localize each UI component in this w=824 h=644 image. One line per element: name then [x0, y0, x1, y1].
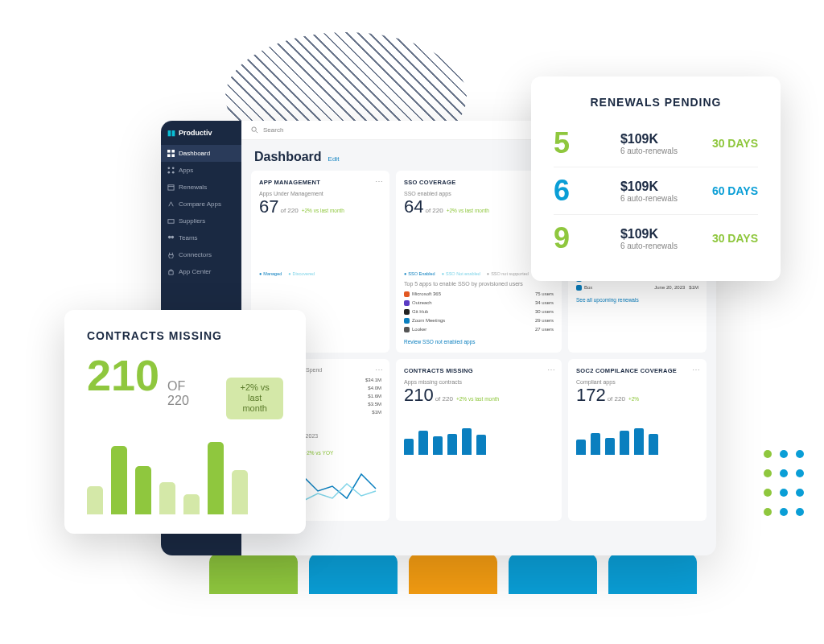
card-subtitle: Apps missing contracts [404, 379, 554, 385]
edit-link[interactable]: Edit [328, 155, 340, 163]
metric-delta: +2% vs last month [456, 396, 499, 402]
sidebar-item-label: Compare Apps [179, 200, 221, 208]
renewal-row: 9 $109K6 auto-renewals 30 DAYS [554, 215, 758, 262]
renewal-count: 6 [554, 174, 586, 208]
svg-point-7 [172, 171, 175, 174]
bar-chart [259, 222, 381, 266]
callout-contracts-missing: CONTRACTS MISSING 210 OF 220 +2% vslast … [64, 310, 306, 534]
sidebar-item-label: App Center [179, 268, 211, 275]
list-item: BoxJune 20, 2023 $1M [576, 283, 698, 292]
sso-app-list: Microsoft 36575 users Outreach34 users G… [404, 290, 554, 334]
card-soc2: ⋯ SOC2 COMPILANCE COVERAGE Compliant app… [568, 359, 707, 521]
metric-value: 172 [576, 385, 606, 405]
renewal-count: 9 [554, 221, 586, 255]
colored-tabs-strip [209, 554, 697, 594]
callout-renewals-pending: RENEWALS PENDING 5 $109K6 auto-renewals … [531, 76, 781, 281]
chart-legend: ManagedDiscovered [259, 271, 381, 276]
search-placeholder: Search [263, 126, 283, 134]
review-sso-link[interactable]: Review SSO not enabled apps [404, 339, 554, 345]
metric-delta: +2% vs last month [302, 208, 344, 213]
svg-point-5 [172, 167, 175, 169]
sidebar-item-label: Renewals [179, 184, 207, 191]
renewal-sub: 6 auto-renewals [620, 194, 678, 203]
card-contracts-missing: ⋯ CONTRACTS MISSING Apps missing contrac… [396, 359, 562, 521]
metric-value: 64 [404, 196, 423, 217]
card-more-icon[interactable]: ⋯ [692, 365, 700, 374]
list-item: Outreach34 users [404, 299, 554, 308]
card-more-icon[interactable]: ⋯ [375, 177, 383, 186]
renewal-amount: $109K [620, 132, 678, 147]
renewal-sub: 6 auto-renewals [620, 242, 678, 250]
plug-icon [167, 251, 175, 258]
svg-point-4 [167, 167, 170, 169]
sidebar-item-label: Connectors [179, 251, 212, 258]
see-all-renewals-link[interactable]: See all upcoming renewals [576, 297, 698, 303]
renewal-row: 6 $109K6 auto-renewals 60 DAYS [554, 167, 758, 215]
sidebar-item-compare[interactable]: Compare Apps [161, 196, 241, 213]
sidebar-item-teams[interactable]: Teams [161, 229, 241, 246]
svg-rect-10 [168, 220, 174, 224]
bar-chart [404, 411, 554, 455]
card-title: CONTRACTS MISSING [404, 367, 554, 374]
list-title: Top 5 apps to enable SSO by provisioned … [404, 281, 554, 287]
svg-point-13 [252, 127, 256, 131]
renewal-row: 5 $109K6 auto-renewals 30 DAYS [554, 120, 758, 167]
sidebar-item-suppliers[interactable]: Suppliers [161, 213, 241, 229]
brand-logo[interactable]: ▮▮Productiv [161, 121, 241, 145]
renewal-count: 5 [554, 126, 586, 160]
renewal-days: 30 DAYS [712, 232, 758, 245]
card-title: SOC2 COMPILANCE COVERAGE [576, 367, 698, 374]
metric-of: of 220 [435, 395, 453, 402]
brand-name: Productiv [179, 129, 212, 137]
sidebar-item-appcenter[interactable]: App Center [161, 263, 241, 280]
callout-value: 210 [87, 353, 159, 397]
suppliers-icon [167, 217, 175, 225]
metric-of: of 220 [608, 395, 625, 402]
renewal-sub: 6 auto-renewals [620, 147, 678, 155]
metric-delta: +2% vs last month [447, 208, 489, 213]
callout-bar-chart [87, 434, 283, 514]
teams-icon [167, 234, 175, 242]
search-icon [251, 126, 258, 134]
svg-point-11 [168, 236, 171, 239]
grid-icon [167, 150, 175, 157]
sidebar-item-label: Dashboard [179, 150, 210, 157]
card-title: APP MANAGEMENT [259, 179, 381, 186]
renewal-days: 60 DAYS [712, 184, 758, 197]
renewal-days: 30 DAYS [712, 137, 758, 150]
sidebar-item-connectors[interactable]: Connectors [161, 246, 241, 263]
sidebar-item-renewals[interactable]: Renewals [161, 179, 241, 196]
card-more-icon[interactable]: ⋯ [547, 365, 555, 374]
list-item: Git Hub30 users [404, 308, 554, 316]
metric-of: of 220 [425, 207, 443, 214]
sidebar-item-label: Suppliers [179, 217, 205, 225]
renewal-amount: $109K [620, 180, 678, 194]
logo-mark-icon: ▮▮ [167, 129, 175, 137]
decorative-dots [760, 446, 808, 523]
bag-icon [167, 268, 175, 275]
svg-line-14 [256, 131, 258, 133]
svg-rect-0 [167, 150, 171, 153]
metric-value: 67 [259, 196, 278, 217]
sidebar-item-dashboard[interactable]: Dashboard [161, 145, 241, 162]
apps-icon [167, 167, 175, 174]
callout-title: CONTRACTS MISSING [87, 329, 283, 342]
list-item: Looker27 users [404, 325, 554, 334]
card-subtitle: Compliant apps [576, 379, 698, 385]
compare-icon [167, 200, 175, 208]
svg-rect-8 [168, 185, 174, 190]
card-more-icon[interactable]: ⋯ [375, 365, 383, 374]
list-item: Zoom Meetings29 users [404, 316, 554, 325]
sidebar-item-apps[interactable]: Apps [161, 162, 241, 179]
list-item: Microsoft 36575 users [404, 290, 554, 299]
metric-delta: +2% [628, 396, 639, 402]
metric-value: 210 [404, 385, 434, 405]
metric-of: of 220 [280, 207, 298, 214]
svg-rect-2 [167, 154, 171, 157]
svg-rect-1 [171, 150, 175, 153]
svg-rect-3 [171, 154, 175, 157]
callout-of: OF 220 [167, 379, 210, 408]
calendar-icon [167, 184, 175, 191]
sidebar-item-label: Apps [179, 167, 193, 174]
sidebar-item-label: Teams [179, 234, 198, 242]
